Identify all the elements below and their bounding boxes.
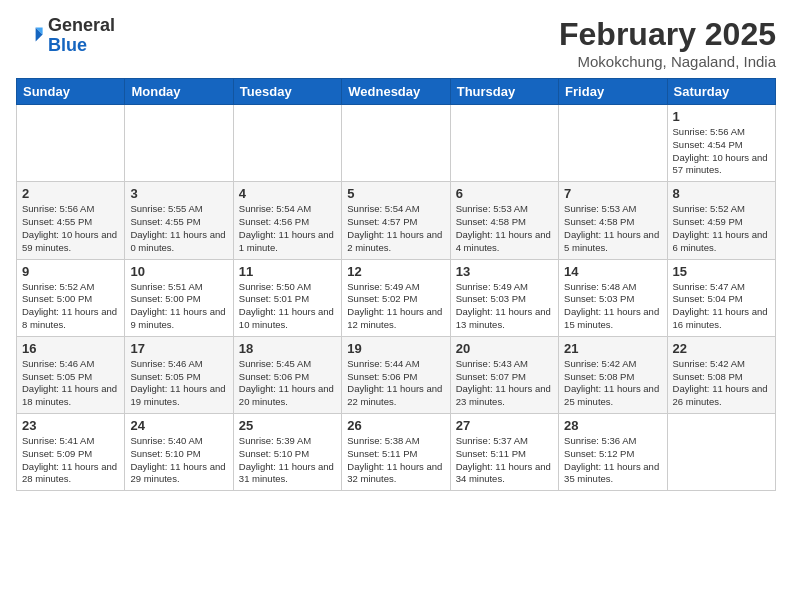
day-info: Sunrise: 5:54 AM Sunset: 4:56 PM Dayligh… [239, 203, 336, 254]
day-cell: 5Sunrise: 5:54 AM Sunset: 4:57 PM Daylig… [342, 182, 450, 259]
day-cell: 2Sunrise: 5:56 AM Sunset: 4:55 PM Daylig… [17, 182, 125, 259]
day-number: 25 [239, 418, 336, 433]
day-number: 27 [456, 418, 553, 433]
day-cell [233, 105, 341, 182]
day-cell: 24Sunrise: 5:40 AM Sunset: 5:10 PM Dayli… [125, 414, 233, 491]
day-cell: 28Sunrise: 5:36 AM Sunset: 5:12 PM Dayli… [559, 414, 667, 491]
week-row-2: 2Sunrise: 5:56 AM Sunset: 4:55 PM Daylig… [17, 182, 776, 259]
logo-blue: Blue [48, 35, 87, 55]
day-info: Sunrise: 5:44 AM Sunset: 5:06 PM Dayligh… [347, 358, 444, 409]
day-info: Sunrise: 5:56 AM Sunset: 4:54 PM Dayligh… [673, 126, 770, 177]
day-cell: 7Sunrise: 5:53 AM Sunset: 4:58 PM Daylig… [559, 182, 667, 259]
day-number: 19 [347, 341, 444, 356]
column-header-thursday: Thursday [450, 79, 558, 105]
day-info: Sunrise: 5:49 AM Sunset: 5:03 PM Dayligh… [456, 281, 553, 332]
day-number: 26 [347, 418, 444, 433]
week-row-5: 23Sunrise: 5:41 AM Sunset: 5:09 PM Dayli… [17, 414, 776, 491]
day-cell: 17Sunrise: 5:46 AM Sunset: 5:05 PM Dayli… [125, 336, 233, 413]
day-cell: 13Sunrise: 5:49 AM Sunset: 5:03 PM Dayli… [450, 259, 558, 336]
day-cell: 4Sunrise: 5:54 AM Sunset: 4:56 PM Daylig… [233, 182, 341, 259]
day-info: Sunrise: 5:39 AM Sunset: 5:10 PM Dayligh… [239, 435, 336, 486]
day-number: 11 [239, 264, 336, 279]
day-info: Sunrise: 5:51 AM Sunset: 5:00 PM Dayligh… [130, 281, 227, 332]
day-number: 1 [673, 109, 770, 124]
day-number: 12 [347, 264, 444, 279]
column-header-tuesday: Tuesday [233, 79, 341, 105]
column-header-friday: Friday [559, 79, 667, 105]
day-cell [450, 105, 558, 182]
day-number: 2 [22, 186, 119, 201]
day-cell: 21Sunrise: 5:42 AM Sunset: 5:08 PM Dayli… [559, 336, 667, 413]
day-info: Sunrise: 5:45 AM Sunset: 5:06 PM Dayligh… [239, 358, 336, 409]
day-info: Sunrise: 5:42 AM Sunset: 5:08 PM Dayligh… [564, 358, 661, 409]
day-number: 16 [22, 341, 119, 356]
day-number: 20 [456, 341, 553, 356]
day-info: Sunrise: 5:38 AM Sunset: 5:11 PM Dayligh… [347, 435, 444, 486]
day-number: 7 [564, 186, 661, 201]
column-header-monday: Monday [125, 79, 233, 105]
logo-icon [16, 22, 44, 50]
day-info: Sunrise: 5:48 AM Sunset: 5:03 PM Dayligh… [564, 281, 661, 332]
day-info: Sunrise: 5:46 AM Sunset: 5:05 PM Dayligh… [22, 358, 119, 409]
day-cell [17, 105, 125, 182]
day-info: Sunrise: 5:37 AM Sunset: 5:11 PM Dayligh… [456, 435, 553, 486]
day-info: Sunrise: 5:53 AM Sunset: 4:58 PM Dayligh… [456, 203, 553, 254]
day-info: Sunrise: 5:50 AM Sunset: 5:01 PM Dayligh… [239, 281, 336, 332]
day-cell: 27Sunrise: 5:37 AM Sunset: 5:11 PM Dayli… [450, 414, 558, 491]
day-cell: 23Sunrise: 5:41 AM Sunset: 5:09 PM Dayli… [17, 414, 125, 491]
logo-text: General Blue [48, 16, 115, 56]
day-number: 18 [239, 341, 336, 356]
day-info: Sunrise: 5:56 AM Sunset: 4:55 PM Dayligh… [22, 203, 119, 254]
day-number: 13 [456, 264, 553, 279]
day-info: Sunrise: 5:52 AM Sunset: 4:59 PM Dayligh… [673, 203, 770, 254]
page-header: General Blue February 2025 Mokokchung, N… [16, 16, 776, 70]
location: Mokokchung, Nagaland, India [559, 53, 776, 70]
day-cell: 8Sunrise: 5:52 AM Sunset: 4:59 PM Daylig… [667, 182, 775, 259]
day-cell: 3Sunrise: 5:55 AM Sunset: 4:55 PM Daylig… [125, 182, 233, 259]
column-header-sunday: Sunday [17, 79, 125, 105]
column-header-saturday: Saturday [667, 79, 775, 105]
day-cell: 25Sunrise: 5:39 AM Sunset: 5:10 PM Dayli… [233, 414, 341, 491]
calendar-header-row: SundayMondayTuesdayWednesdayThursdayFrid… [17, 79, 776, 105]
day-info: Sunrise: 5:52 AM Sunset: 5:00 PM Dayligh… [22, 281, 119, 332]
day-info: Sunrise: 5:43 AM Sunset: 5:07 PM Dayligh… [456, 358, 553, 409]
day-cell: 12Sunrise: 5:49 AM Sunset: 5:02 PM Dayli… [342, 259, 450, 336]
day-cell: 18Sunrise: 5:45 AM Sunset: 5:06 PM Dayli… [233, 336, 341, 413]
day-info: Sunrise: 5:49 AM Sunset: 5:02 PM Dayligh… [347, 281, 444, 332]
day-info: Sunrise: 5:47 AM Sunset: 5:04 PM Dayligh… [673, 281, 770, 332]
day-cell: 9Sunrise: 5:52 AM Sunset: 5:00 PM Daylig… [17, 259, 125, 336]
day-number: 24 [130, 418, 227, 433]
day-cell [342, 105, 450, 182]
day-info: Sunrise: 5:41 AM Sunset: 5:09 PM Dayligh… [22, 435, 119, 486]
day-cell: 11Sunrise: 5:50 AM Sunset: 5:01 PM Dayli… [233, 259, 341, 336]
day-cell: 10Sunrise: 5:51 AM Sunset: 5:00 PM Dayli… [125, 259, 233, 336]
day-number: 21 [564, 341, 661, 356]
day-cell: 15Sunrise: 5:47 AM Sunset: 5:04 PM Dayli… [667, 259, 775, 336]
day-cell [559, 105, 667, 182]
day-cell: 22Sunrise: 5:42 AM Sunset: 5:08 PM Dayli… [667, 336, 775, 413]
week-row-4: 16Sunrise: 5:46 AM Sunset: 5:05 PM Dayli… [17, 336, 776, 413]
day-number: 10 [130, 264, 227, 279]
week-row-1: 1Sunrise: 5:56 AM Sunset: 4:54 PM Daylig… [17, 105, 776, 182]
day-number: 15 [673, 264, 770, 279]
day-number: 8 [673, 186, 770, 201]
day-info: Sunrise: 5:55 AM Sunset: 4:55 PM Dayligh… [130, 203, 227, 254]
day-cell: 20Sunrise: 5:43 AM Sunset: 5:07 PM Dayli… [450, 336, 558, 413]
day-number: 14 [564, 264, 661, 279]
day-info: Sunrise: 5:54 AM Sunset: 4:57 PM Dayligh… [347, 203, 444, 254]
day-cell: 16Sunrise: 5:46 AM Sunset: 5:05 PM Dayli… [17, 336, 125, 413]
day-number: 6 [456, 186, 553, 201]
day-cell: 6Sunrise: 5:53 AM Sunset: 4:58 PM Daylig… [450, 182, 558, 259]
day-cell: 19Sunrise: 5:44 AM Sunset: 5:06 PM Dayli… [342, 336, 450, 413]
day-info: Sunrise: 5:46 AM Sunset: 5:05 PM Dayligh… [130, 358, 227, 409]
day-cell: 1Sunrise: 5:56 AM Sunset: 4:54 PM Daylig… [667, 105, 775, 182]
day-number: 23 [22, 418, 119, 433]
logo: General Blue [16, 16, 115, 56]
logo-general: General [48, 15, 115, 35]
day-number: 17 [130, 341, 227, 356]
day-cell: 14Sunrise: 5:48 AM Sunset: 5:03 PM Dayli… [559, 259, 667, 336]
day-number: 22 [673, 341, 770, 356]
day-cell: 26Sunrise: 5:38 AM Sunset: 5:11 PM Dayli… [342, 414, 450, 491]
day-info: Sunrise: 5:42 AM Sunset: 5:08 PM Dayligh… [673, 358, 770, 409]
calendar: SundayMondayTuesdayWednesdayThursdayFrid… [16, 78, 776, 491]
